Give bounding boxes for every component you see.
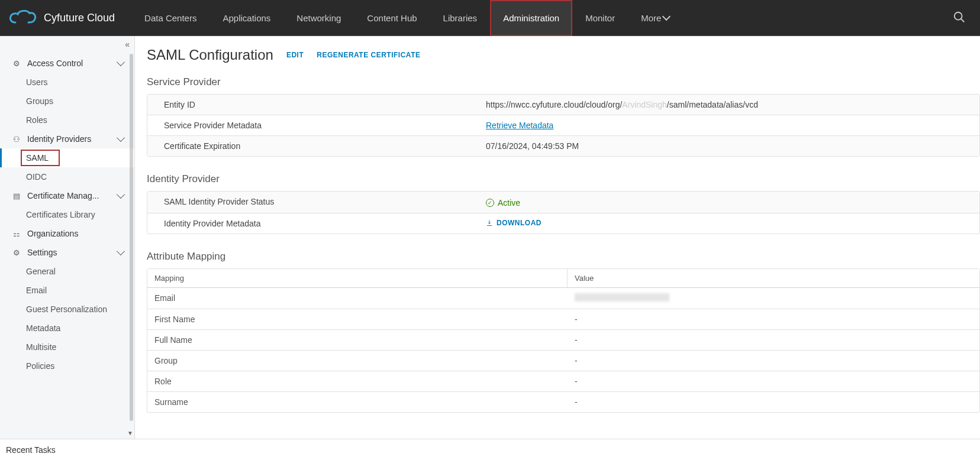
download-icon (486, 219, 493, 226)
gear-icon: ⚙ (13, 248, 22, 257)
chevron-down-icon (117, 58, 125, 66)
sidebar-item-users[interactable]: Users (0, 73, 134, 92)
topnav: Data Centers Applications Networking Con… (131, 0, 682, 36)
sidebar-item-oidc[interactable]: OIDC (0, 167, 134, 186)
entity-id-value: https://nwcc.cyfuture.cloud/cloud/org/Ar… (479, 95, 979, 115)
sidebar-item-multisite[interactable]: Multisite (0, 338, 134, 357)
table-row: Email (147, 288, 979, 309)
sidebar-item-general[interactable]: General (0, 262, 134, 281)
regenerate-certificate-button[interactable]: REGENERATE CERTIFICATE (317, 51, 420, 59)
entity-id-org: ArvindSingh (622, 100, 667, 109)
mapping-cell: Full Name (147, 330, 568, 350)
value-cell: - (568, 309, 979, 329)
value-cell: - (568, 330, 979, 350)
sidebar-group-access-control[interactable]: ⚙ Access Control (0, 54, 134, 73)
topbar: Cyfuture Cloud Data Centers Applications… (0, 0, 980, 36)
table-row: First Name - (147, 309, 979, 330)
check-circle-icon (486, 199, 494, 207)
nav-networking[interactable]: Networking (283, 0, 354, 36)
mapping-cell: Group (147, 351, 568, 371)
col-value-header: Value (568, 269, 979, 287)
mapping-cell: Role (147, 371, 568, 391)
section-identity-provider: Identity Provider (135, 169, 980, 191)
table-row: Group - (147, 351, 979, 371)
table-row: Surname - (147, 392, 979, 412)
sidebar-item-guest-personalization[interactable]: Guest Personalization (0, 300, 134, 319)
chevron-down-icon (117, 190, 125, 199)
mapping-cell: Email (147, 288, 568, 309)
cloud-logo-icon (7, 7, 38, 28)
section-service-provider: Service Provider (135, 72, 980, 94)
sidebar-item-policies[interactable]: Policies (0, 357, 134, 375)
entity-id-label: Entity ID (147, 95, 479, 115)
nav-content-hub[interactable]: Content Hub (354, 0, 430, 36)
nav-applications[interactable]: Applications (209, 0, 283, 36)
sidebar-label: Organizations (27, 229, 124, 238)
nav-administration[interactable]: Administration (490, 0, 572, 36)
chevron-down-icon (117, 134, 125, 142)
sidebar-group-identity-providers[interactable]: ⚇ Identity Providers (0, 129, 134, 148)
idp-status-label: SAML Identity Provider Status (147, 192, 479, 213)
recent-tasks-label: Recent Tasks (6, 445, 56, 455)
edit-button[interactable]: EDIT (286, 51, 304, 59)
chevron-down-icon (117, 247, 125, 255)
download-button[interactable]: DOWNLOAD (486, 219, 541, 227)
search-icon[interactable] (946, 11, 973, 25)
nav-libraries[interactable]: Libraries (430, 0, 491, 36)
scrollbar[interactable] (130, 54, 133, 421)
sidebar-item-metadata[interactable]: Metadata (0, 319, 134, 338)
nav-more[interactable]: More (628, 0, 682, 36)
status-badge: Active (486, 198, 520, 208)
svg-point-1 (955, 12, 962, 20)
value-cell (568, 288, 979, 309)
nav-data-centers[interactable]: Data Centers (131, 0, 209, 36)
entity-id-suffix: /saml/metadata/alias/vcd (667, 100, 758, 109)
sidebar-group-settings[interactable]: ⚙ Settings (0, 243, 134, 262)
mapping-cell: First Name (147, 309, 568, 329)
value-cell: - (568, 371, 979, 391)
value-cell: - (568, 351, 979, 371)
svg-point-0 (28, 12, 31, 14)
sidebar-label: Settings (27, 248, 118, 257)
sidebar-group-certificate-management[interactable]: ▤ Certificate Manag... (0, 186, 134, 205)
download-label: DOWNLOAD (497, 219, 541, 227)
recent-tasks-panel[interactable]: Recent Tasks (0, 439, 980, 460)
entity-id-prefix: https://nwcc.cyfuture.cloud/cloud/org/ (486, 100, 622, 109)
sidebar-label: Access Control (27, 59, 118, 68)
users-icon: ⚙ (13, 59, 22, 68)
idp-metadata-label: Identity Provider Metadata (147, 213, 479, 234)
svg-line-2 (961, 18, 965, 22)
table-row: Full Name - (147, 330, 979, 351)
sp-metadata-label: Service Provider Metadata (147, 115, 479, 135)
sidebar-item-saml[interactable]: SAML (0, 148, 134, 167)
sidebar-item-groups[interactable]: Groups (0, 92, 134, 111)
sidebar-item-certificates-library[interactable]: Certificates Library (0, 205, 134, 224)
nav-more-label: More (641, 13, 661, 23)
page-title: SAML Configuration (147, 47, 273, 63)
sidebar-collapse-icon[interactable]: « (125, 40, 130, 49)
sidebar-item-email[interactable]: Email (0, 281, 134, 300)
chevron-down-icon (662, 12, 670, 21)
certificate-icon: ▤ (13, 192, 22, 200)
section-attribute-mapping: Attribute Mapping (135, 246, 980, 268)
table-row: Role - (147, 371, 979, 392)
mapping-cell: Surname (147, 392, 568, 412)
sidebar-item-roles[interactable]: Roles (0, 111, 134, 129)
brand-name: Cyfuture Cloud (44, 12, 115, 24)
scroll-down-icon[interactable]: ▼ (127, 430, 133, 436)
sidebar-label: Identity Providers (27, 134, 118, 144)
nav-monitor[interactable]: Monitor (572, 0, 628, 36)
value-cell: - (568, 392, 979, 412)
service-provider-table: Entity ID https://nwcc.cyfuture.cloud/cl… (147, 94, 980, 157)
col-mapping-header: Mapping (147, 269, 568, 287)
retrieve-metadata-link[interactable]: Retrieve Metadata (486, 121, 553, 130)
attribute-mapping-table: Mapping Value Email First Name - Full Na… (147, 268, 980, 413)
sidebar: « ⚙ Access Control Users Groups Roles ⚇ … (0, 36, 135, 439)
status-text: Active (498, 198, 520, 208)
sidebar-label: Certificate Manag... (27, 191, 118, 200)
sidebar-item-organizations[interactable]: ⚏ Organizations (0, 224, 134, 243)
org-icon: ⚏ (13, 229, 22, 238)
sidebar-item-label: SAML (26, 153, 49, 163)
cert-expiration-label: Certificate Expiration (147, 136, 479, 156)
identity-provider-table: SAML Identity Provider Status Active Ide… (147, 191, 980, 234)
